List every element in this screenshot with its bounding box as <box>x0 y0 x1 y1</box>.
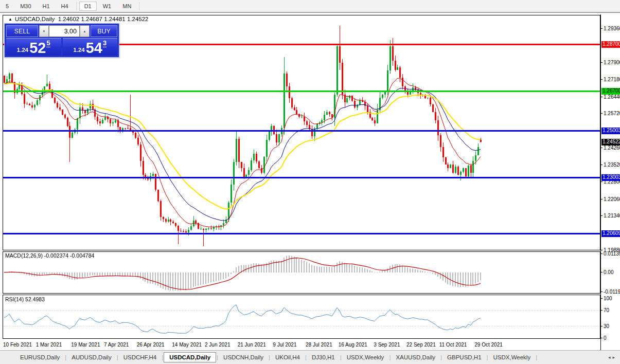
chart-tab-bar: EURUSD,Daily|AUDUSD,Daily|USDCHF,H4|USDC… <box>0 350 620 364</box>
chart-tab-usdcnh[interactable]: USDCNH,Daily <box>219 353 268 362</box>
rsi-axis-tick: 30 <box>601 323 620 330</box>
level-price-badge: 1.25003 <box>601 128 620 134</box>
price-axis-tick: 1.27180 <box>601 77 620 83</box>
timeframe-toolbar: 5M30H1H4D1W1MN <box>0 0 620 12</box>
chart-tab-usdchf[interactable]: USDCHF,H4 <box>119 353 162 362</box>
date-axis-tick: 11 Oct 2021 <box>439 342 467 348</box>
trading-terminal: 5M30H1H4D1W1MN ▲USDCAD,Daily 1.24602 1.2… <box>0 0 620 364</box>
timeframe-button-5[interactable]: 5 <box>1 2 14 11</box>
one-click-trade-panel: SELL ▾ 3.00 ▴ BUY 1.24 52 5 1.24 54 3 <box>4 23 119 58</box>
chart-tab-ukoil[interactable]: UKOil,H4 <box>271 353 305 362</box>
date-axis-tick: 21 Jun 2021 <box>238 342 266 348</box>
timeframe-button-d1[interactable]: D1 <box>79 2 97 11</box>
timeframe-button-w1[interactable]: W1 <box>98 2 117 11</box>
sell-button[interactable]: SELL <box>6 25 38 37</box>
chart-ohlc-values: 1.24602 1.24687 1.24481 1.24522 <box>58 16 149 22</box>
current-price-badge: 1.24522 <box>601 139 620 145</box>
sell-price-main: 52 <box>29 41 46 54</box>
chart-tab-audusd[interactable]: AUDUSD,Daily <box>67 353 116 362</box>
date-axis-tick: 7 Apr 2021 <box>104 342 129 348</box>
level-price-badge: 1.23003 <box>601 174 620 181</box>
price-axis-tick: 1.23520 <box>601 162 620 168</box>
timeframe-button-h4[interactable]: H4 <box>56 2 74 11</box>
volume-increase-button[interactable]: ▴ <box>80 25 90 37</box>
tab-scroll-right-icon[interactable]: ▸ <box>612 355 617 360</box>
sell-price-base: 1.24 <box>17 47 28 53</box>
date-axis-tick: 2 Jun 2021 <box>205 342 231 348</box>
collapse-icon[interactable]: ▲ <box>8 17 12 22</box>
date-axis-tick: 14 May 2021 <box>172 342 202 348</box>
price-axis-tick: 1.25720 <box>601 111 620 117</box>
chart-tab-usdx[interactable]: USDX,Weekly <box>489 353 536 362</box>
date-axis-tick: 28 Jul 2021 <box>306 342 332 348</box>
chart-tab-usdcad[interactable]: USDCAD,Daily <box>164 352 216 362</box>
volume-decrease-button[interactable]: ▾ <box>39 25 49 37</box>
macd-axis-tick: 0.00 <box>601 269 620 276</box>
buy-price-pip: 3 <box>103 39 107 47</box>
date-axis-tick: 26 Apr 2021 <box>137 342 165 348</box>
date-axis-tick: 9 Jul 2021 <box>273 342 296 348</box>
date-axis-tick: 16 Aug 2021 <box>339 342 367 348</box>
date-axis-tick: 10 Feb 2021 <box>3 342 32 348</box>
sell-price-pip: 5 <box>46 39 50 47</box>
macd-axis-tick: 0.01135 <box>601 251 620 257</box>
toolbar-separator <box>76 2 77 10</box>
macd-label: MACD(12,26,9) -0.002374 -0.004784 <box>5 252 94 259</box>
price-axis[interactable]: 1.293601.279001.271801.264401.257201.242… <box>600 14 620 351</box>
chart-symbol-label: USDCAD,Daily <box>15 16 55 22</box>
chart-tab-gbpusd[interactable]: GBPUSD,H1 <box>442 353 486 362</box>
timeframe-button-mn[interactable]: MN <box>117 2 136 11</box>
date-axis-tick: 22 Sep 2021 <box>406 342 436 348</box>
chart-title: ▲USDCAD,Daily 1.24602 1.24687 1.24481 1.… <box>8 16 149 22</box>
date-axis-tick: 19 Mar 2021 <box>71 342 100 348</box>
buy-price-base: 1.24 <box>73 47 84 53</box>
timeframe-button-h1[interactable]: H1 <box>38 2 55 11</box>
rsi-axis-tick: 100 <box>601 296 620 302</box>
buy-button[interactable]: BUY <box>91 25 117 37</box>
volume-input[interactable]: 3.00 <box>49 25 80 37</box>
price-axis-tick: 1.29360 <box>601 26 620 32</box>
price-axis-tick: 1.26440 <box>601 94 620 100</box>
price-axis-tick: 1.24260 <box>601 145 620 151</box>
rsi-label: RSI(14) 52.4983 <box>5 296 45 302</box>
chart-window: ▲USDCAD,Daily 1.24602 1.24687 1.24481 1.… <box>0 12 620 351</box>
chart-tab-usdx[interactable]: USDX,Weekly <box>342 353 389 362</box>
spin-up-icon: ▴ <box>84 29 86 33</box>
toolbar-separator <box>139 2 139 10</box>
price-axis-tick: 1.22060 <box>601 196 620 203</box>
rsi-indicator-canvas[interactable] <box>3 295 600 339</box>
date-axis[interactable]: 10 Feb 20211 Mar 202119 Mar 20217 Apr 20… <box>0 340 600 351</box>
tab-scroll-arrows[interactable]: ◂▸ <box>608 355 617 360</box>
date-axis-tick: 3 Sep 2021 <box>374 342 400 348</box>
tab-separator: | <box>535 354 538 360</box>
date-axis-tick: 29 Oct 2021 <box>474 342 502 348</box>
chart-tab-xauusd[interactable]: XAUUSD,Daily <box>391 353 440 362</box>
date-axis-tick: 1 Mar 2021 <box>36 342 62 348</box>
buy-price-display[interactable]: 1.24 54 3 <box>63 38 118 56</box>
rsi-axis-tick: 70 <box>601 307 620 314</box>
spin-down-icon: ▾ <box>43 29 45 33</box>
timeframe-button-m30[interactable]: M30 <box>15 2 36 11</box>
level-price-badge: 1.26700 <box>601 88 620 95</box>
chart-tab-eurusd[interactable]: EURUSD,Daily <box>15 353 64 362</box>
macd-axis-tick: -0.01190 <box>601 289 620 295</box>
level-price-badge: 1.20609 <box>601 230 620 237</box>
price-axis-tick: 1.27900 <box>601 60 620 66</box>
price-axis-tick: 1.21340 <box>601 213 620 219</box>
sell-price-display[interactable]: 1.24 52 5 <box>6 38 61 56</box>
rsi-axis-tick: 0 <box>601 335 620 341</box>
level-price-badge: 1.28700 <box>601 41 620 48</box>
buy-price-main: 54 <box>86 41 102 54</box>
chart-tab-dj30[interactable]: DJ30,H1 <box>307 353 340 362</box>
